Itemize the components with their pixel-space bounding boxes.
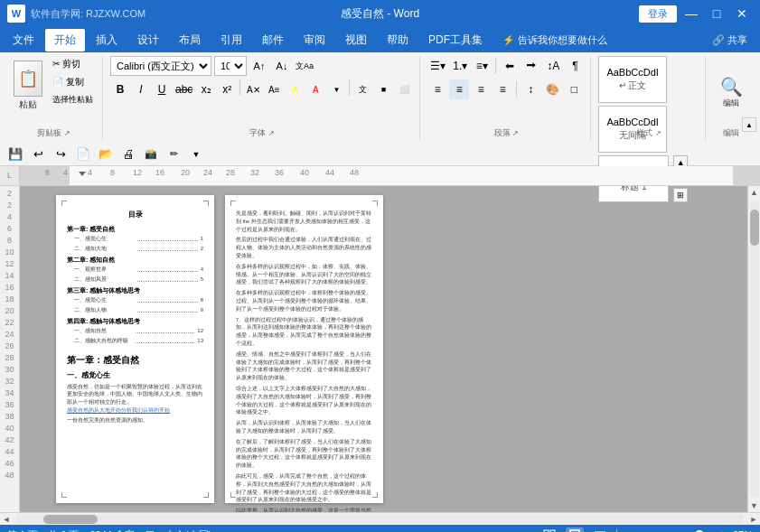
scroll-down-button[interactable]: ▼ [748,499,761,512]
qa-screenshot-button[interactable]: 📸 [141,145,161,164]
menu-insert[interactable]: 插入 [87,29,127,51]
font-size-inc-button[interactable]: A↑ [249,56,269,76]
vertical-scroll-thumb[interactable] [750,210,759,246]
menu-share[interactable]: 🔗 共享 [703,30,756,51]
text-effect-button[interactable]: A≡ [264,79,284,99]
find-icon: 🔍 [720,76,743,98]
vertical-scroll-track[interactable] [750,201,759,498]
rp-para-2: 然后的过程中我们会通过体验，人们从而通过到现在、过程人物、体验为主体的人类活动和… [236,236,372,259]
char-spacing-button[interactable]: 文 [352,79,372,99]
font-color-dropdown[interactable]: ▼ [326,79,346,99]
qa-draw-button[interactable]: ✏ [164,145,183,164]
sort-button[interactable]: ↕A [543,56,563,76]
zoom-in-button[interactable]: + [718,527,726,532]
menu-layout[interactable]: 布局 [170,29,210,51]
border-button[interactable]: ⬜ [394,79,414,99]
cut-button[interactable]: ✂ 剪切 [49,56,97,72]
scroll-right-button[interactable]: ► [747,513,760,526]
increase-indent-button[interactable]: ⮕ [521,56,541,76]
link-text[interactable]: 感受自然的从大地开始分析我们认得的开始 [67,407,203,414]
menu-home[interactable]: 开始 [45,29,85,51]
zoom-out-button[interactable]: − [624,527,632,532]
justify-button[interactable]: ≡ [493,79,512,99]
bullet-list-button[interactable]: ☰▾ [427,56,448,76]
qa-undo-button[interactable]: ↩ [28,145,48,164]
qa-print-button[interactable]: 🖨 [118,145,138,164]
menu-search[interactable]: ⚡ 告诉我你想要做什么 [493,30,616,51]
clear-format-button[interactable]: A✕ [243,79,263,99]
align-right-button[interactable]: ≡ [471,79,491,99]
web-layout-button[interactable] [591,527,609,532]
minimize-button[interactable]: — [680,5,702,23]
highlight-button[interactable]: A [285,79,305,99]
print-layout-button[interactable] [566,527,584,532]
paste-button[interactable]: 📋 粘贴 [11,56,45,116]
border-para-button[interactable]: □ [564,79,584,99]
change-case-button[interactable]: 文Aa [295,56,314,76]
superscript-button[interactable]: x² [217,79,237,99]
scroll-left-button[interactable]: ◄ [0,513,13,526]
page-1[interactable]: 目录 第一章: 感受自然 一、感觉心生 1 二、感知大地 2 第二章: 感知自然… [56,195,214,503]
title-bar: W 软件自学网: RJZXW.COM 感受自然 - Word 登录 — □ ✕ [0,0,760,27]
line-spacing-button[interactable]: ↕ [521,79,540,99]
spell-check-icon[interactable]: ☑ [145,529,155,533]
menu-review[interactable]: 审阅 [295,29,334,51]
restore-button[interactable]: □ [706,5,727,23]
vertical-scrollbar[interactable]: ▲ ▼ [747,186,760,512]
ruler-num-12: 12 [133,168,142,177]
copy-button[interactable]: 📄 复制 [49,74,97,90]
document-area[interactable]: 目录 第一章: 感受自然 一、感觉心生 1 二、感知大地 2 第二章: 感知自然… [20,186,747,512]
numbered-list-button[interactable]: 1.▾ [450,56,470,76]
menu-pdf[interactable]: PDF工具集 [419,29,492,51]
menu-file[interactable]: 文件 [4,29,43,51]
ribbon-collapse-button[interactable]: ▲ [742,117,756,132]
paste-icon: 📋 [14,61,42,97]
qa-more-button[interactable]: ▼ [186,145,206,164]
read-mode-button[interactable] [540,527,558,532]
multilevel-list-button[interactable]: ≡▾ [472,56,492,76]
horizontal-scroll-thumb[interactable] [43,515,98,524]
horizontal-scrollbar[interactable]: ◄ ► [0,512,760,525]
ribbon: 📋 粘贴 ✂ 剪切 📄 复制 选择性粘贴 剪贴板 ↗ Calibri (西文正文… [0,52,760,143]
v-ruler-20: 20 [5,307,14,315]
find-replace-button[interactable]: 🔍 编辑 [713,74,749,110]
menu-mailings[interactable]: 邮件 [253,29,293,51]
char-shading-button[interactable]: ■ [373,79,393,99]
qa-open-button[interactable]: 📂 [96,145,116,164]
qa-save-button[interactable]: 💾 [5,145,25,164]
paste-special-button[interactable]: 选择性粘贴 [49,92,97,107]
qa-redo-button[interactable]: ↪ [51,145,70,164]
horizontal-scroll-track[interactable] [16,515,744,524]
page-2[interactable]: 先是感受，看到听到。触碰、闻到，从而认识到对于某特别 the 外生态我们需要开发… [225,195,383,503]
menu-view[interactable]: 视图 [336,29,376,51]
font-family-select[interactable]: Calibri (西文正文) [110,56,211,76]
align-center-button[interactable]: ≡ [449,79,469,99]
strikethrough-button[interactable]: abc [173,79,195,99]
decrease-indent-button[interactable]: ⬅ [500,56,520,76]
ruler-num-4: 4 [88,168,92,177]
underline-button[interactable]: U [152,79,172,99]
bold-button[interactable]: B [110,79,130,99]
align-left-button[interactable]: ≡ [427,79,447,99]
menu-design[interactable]: 设计 [128,29,168,51]
close-button[interactable]: ✕ [731,5,753,23]
ruler-num-8: 8 [110,168,115,177]
scroll-up-button[interactable]: ▲ [748,186,761,199]
v-ruler-2: 2 [7,190,12,198]
font-color-button[interactable]: A [305,79,325,99]
menu-references[interactable]: 引用 [211,29,251,51]
shading-button[interactable]: 🎨 [542,79,562,99]
qa-new-button[interactable]: 📄 [73,145,93,164]
style-normal[interactable]: AaBbCcDdI ↵ 正文 [598,56,666,103]
ruler-indent-marker[interactable] [79,172,86,176]
menu-help[interactable]: 帮助 [378,29,418,51]
italic-button[interactable]: I [131,79,151,99]
title-bar-right: 登录 — □ ✕ [639,5,753,23]
font-size-select[interactable]: 10 [214,56,247,76]
login-button[interactable]: 登录 [639,5,677,23]
right-page-content: 先是感受，看到听到。触碰、闻到，从而认识到对于某特别 the 外生态我们需要开发… [236,210,372,512]
ruler-corner[interactable]: L [0,166,20,186]
show-marks-button[interactable]: ¶ [565,56,585,76]
font-size-dec-button[interactable]: A↓ [272,56,292,76]
subscript-button[interactable]: x₂ [196,79,216,99]
